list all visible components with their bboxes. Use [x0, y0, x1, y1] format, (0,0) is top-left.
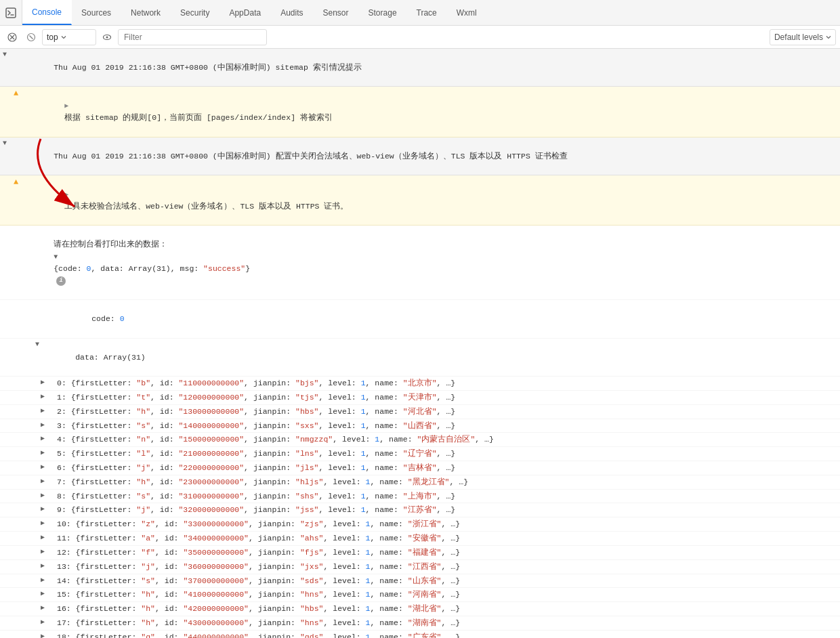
row-expand-13[interactable] [41, 561, 47, 571]
row-body-18: 18: {firstLetter: "g", id: "440000000000… [54, 631, 840, 638]
row-expand-0[interactable] [41, 377, 47, 387]
array-row-6: 6: {firstLetter: "j", id: "220000000000"… [0, 461, 840, 475]
stop-button[interactable] [23, 29, 39, 45]
code-line: code: 0 [0, 300, 840, 338]
console-output: Thu Aug 01 2019 21:16:38 GMT+0800 (中国标准时… [0, 49, 840, 638]
tab-storage[interactable]: Storage [359, 0, 407, 25]
array-row-7: 7: {firstLetter: "h", id: "230000000000"… [0, 475, 840, 490]
row-expand-2[interactable] [41, 406, 47, 416]
array-row-10: 10: {firstLetter: "z", id: "330000000000… [0, 517, 840, 532]
tab-sensor[interactable]: Sensor [314, 0, 359, 25]
row-body-13: 13: {firstLetter: "j", id: "360000000000… [54, 561, 840, 573]
row-expand-15[interactable] [41, 589, 47, 599]
svg-line-6 [30, 35, 33, 39]
tab-sources[interactable]: Sources [72, 0, 121, 25]
stop-icon [26, 33, 36, 42]
tab-appdata[interactable]: AppData [219, 0, 271, 25]
row-expand-12[interactable] [41, 547, 47, 557]
data-array-header: data: Array(31) [0, 339, 840, 377]
tab-bar: Console Sources Network Security AppData… [0, 0, 840, 26]
clear-console-button[interactable] [4, 29, 20, 45]
row-body-12: 12: {firstLetter: "f", id: "350000000000… [54, 547, 840, 559]
levels-chevron-icon [826, 35, 831, 40]
row-body-11: 11: {firstLetter: "a", id: "340000000000… [54, 532, 840, 545]
row-expand-3[interactable] [41, 420, 47, 430]
data-label-line: 请在控制台看打印出来的数据： {code: 0, data: Array(31)… [0, 226, 840, 300]
row-expand-6[interactable] [41, 462, 47, 472]
array-row-15: 15: {firstLetter: "h", id: "410000000000… [0, 588, 840, 602]
eye-icon [102, 33, 112, 42]
row-expand-7[interactable] [41, 476, 47, 486]
row-expand-18[interactable] [41, 631, 47, 638]
tab-wxml[interactable]: Wxml [447, 0, 487, 25]
array-row-4: 4: {firstLetter: "n", id: "150000000000"… [0, 433, 840, 447]
clear-icon [7, 33, 17, 42]
ts1-sub-expand[interactable] [64, 101, 71, 112]
row-body-6: 6: {firstLetter: "j", id: "220000000000"… [54, 462, 840, 474]
row-body-4: 4: {firstLetter: "n", id: "150000000000"… [54, 433, 840, 446]
ts1-header-line: Thu Aug 01 2019 21:16:38 GMT+0800 (中国标准时… [0, 49, 840, 87]
filter-input[interactable] [118, 29, 267, 45]
array-row-17: 17: {firstLetter: "h", id: "430000000000… [0, 616, 840, 631]
tab-security[interactable]: Security [171, 0, 219, 25]
console-toolbar: top Default levels [0, 26, 840, 49]
tab-audits[interactable]: Audits [271, 0, 313, 25]
warning-icon-1: ▲ [14, 87, 18, 100]
row-body-2: 2: {firstLetter: "h", id: "130000000000"… [54, 406, 840, 418]
ts2-header-line: Thu Aug 01 2019 21:16:38 GMT+0800 (中国标准时… [0, 137, 840, 175]
ts2-sub-line: ▲ 工具未校验合法域名、web-view（业务域名）、TLS 版本以及 HTTP… [0, 175, 840, 226]
row-expand-5[interactable] [41, 448, 47, 458]
ts1-expand[interactable] [3, 49, 9, 60]
array-row-12: 12: {firstLetter: "f", id: "350000000000… [0, 546, 840, 560]
array-row-11: 11: {firstLetter: "a", id: "340000000000… [0, 532, 840, 546]
array-row-9: 9: {firstLetter: "j", id: "320000000000"… [0, 503, 840, 517]
data-label-text: 请在控制台看打印出来的数据： {code: 0, data: Array(31)… [14, 226, 840, 299]
array-row-3: 3: {firstLetter: "s", id: "140000000000"… [0, 419, 840, 433]
row-body-8: 8: {firstLetter: "s", id: "310000000000"… [54, 490, 840, 503]
array-row-13: 13: {firstLetter: "j", id: "360000000000… [0, 560, 840, 574]
row-expand-17[interactable] [41, 617, 47, 627]
context-selector[interactable]: top [42, 29, 96, 45]
devtools-icon [5, 7, 16, 18]
svg-point-8 [106, 36, 108, 38]
row-expand-16[interactable] [41, 603, 47, 613]
array-row-18: 18: {firstLetter: "g", id: "440000000000… [0, 631, 840, 638]
row-expand-10[interactable] [41, 518, 47, 528]
chevron-down-icon [61, 35, 66, 40]
tab-trace[interactable]: Trace [407, 0, 447, 25]
ts2-expand[interactable] [3, 138, 9, 148]
tab-console[interactable]: Console [22, 0, 72, 25]
row-body-16: 16: {firstLetter: "h", id: "420000000000… [54, 603, 840, 615]
devtools-icon-area [0, 0, 22, 25]
row-expand-1[interactable] [41, 391, 47, 402]
ts2-sub-expand[interactable] [64, 190, 71, 200]
ts2-sub-text: 工具未校验合法域名、web-view（业务域名）、TLS 版本以及 HTTPS … [24, 176, 840, 224]
row-body-17: 17: {firstLetter: "h", id: "430000000000… [54, 617, 840, 629]
ts1-sub-line: ▲ 根据 sitemap 的规则[0]，当前页面 [pages/index/in… [0, 87, 840, 137]
row-expand-8[interactable] [41, 490, 47, 501]
data-array-text: data: Array(31) [35, 339, 840, 375]
ts2-header-text: Thu Aug 01 2019 21:16:38 GMT+0800 (中国标准时… [14, 138, 840, 174]
array-row-16: 16: {firstLetter: "h", id: "420000000000… [0, 602, 840, 616]
array-row-2: 2: {firstLetter: "h", id: "130000000000"… [0, 405, 840, 419]
array-row-5: 5: {firstLetter: "l", id: "210000000000"… [0, 447, 840, 461]
log-levels-selector[interactable]: Default levels [770, 29, 836, 45]
array-row-14: 14: {firstLetter: "s", id: "370000000000… [0, 574, 840, 589]
row-expand-9[interactable] [41, 504, 47, 514]
row-body-15: 15: {firstLetter: "h", id: "410000000000… [54, 589, 840, 601]
row-body-1: 1: {firstLetter: "t", id: "120000000000"… [54, 391, 840, 404]
ts1-header-text: Thu Aug 01 2019 21:16:38 GMT+0800 (中国标准时… [14, 49, 840, 85]
array-rows-container: 0: {firstLetter: "b", id: "110000000000"… [0, 377, 840, 638]
row-expand-14[interactable] [41, 575, 47, 585]
data-obj-expand[interactable] [54, 252, 60, 263]
row-body-3: 3: {firstLetter: "s", id: "140000000000"… [54, 420, 840, 432]
warning-icon-2: ▲ [14, 176, 18, 188]
row-expand-11[interactable] [41, 532, 47, 543]
eye-icon-button[interactable] [99, 29, 115, 45]
array-row-1: 1: {firstLetter: "t", id: "120000000000"… [0, 391, 840, 405]
array-row-0: 0: {firstLetter: "b", id: "110000000000"… [0, 377, 840, 391]
ts1-sub-text: 根据 sitemap 的规则[0]，当前页面 [pages/index/inde… [24, 87, 840, 135]
row-expand-4[interactable] [41, 433, 47, 444]
row-body-7: 7: {firstLetter: "h", id: "230000000000"… [54, 476, 840, 488]
tab-network[interactable]: Network [121, 0, 171, 25]
